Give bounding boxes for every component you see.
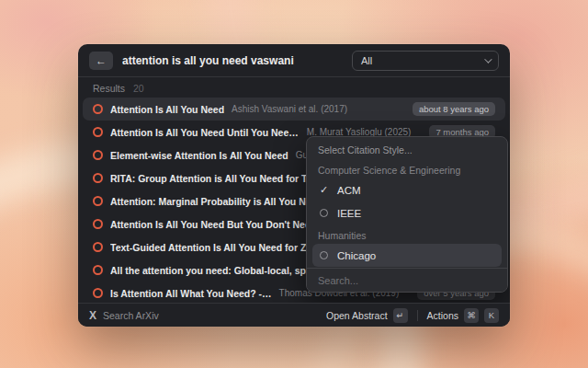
result-title: Attention: Marginal Probability is All Y… — [110, 196, 328, 207]
category-dropdown[interactable]: All — [352, 51, 499, 71]
search-header: ← attention is all you need vaswani All — [78, 44, 510, 77]
arxiv-ring-icon — [93, 127, 103, 137]
open-abstract-label: Open Abstract — [326, 310, 388, 321]
citation-panel-title: Select Citation Style... — [307, 137, 507, 159]
citation-section-header: Humanities — [307, 224, 507, 244]
results-count: 20 — [133, 83, 144, 94]
citation-item-label: IEEE — [337, 208, 361, 219]
chevron-down-icon — [484, 55, 492, 63]
citation-item-label: Chicago — [337, 250, 376, 261]
results-section-header: Results20 — [93, 83, 144, 94]
actions-button[interactable]: Actions ⌘ K — [427, 308, 499, 323]
radio-circle-icon — [320, 209, 328, 217]
arxiv-ring-icon — [93, 104, 103, 114]
back-button[interactable]: ← — [89, 52, 113, 70]
arxiv-ring-icon — [93, 219, 103, 229]
citation-search-input[interactable] — [318, 275, 496, 286]
footer-divider — [417, 310, 418, 321]
k-key-icon: K — [484, 308, 499, 323]
citation-search-bar — [307, 268, 507, 292]
arxiv-ring-icon — [93, 173, 103, 183]
result-row[interactable]: Attention Is All You Need Ashish Vaswani… — [83, 98, 505, 121]
citation-section-header: Computer Science & Engineering — [307, 159, 507, 178]
footer-bar: X Search ArXiv Open Abstract ↵ Actions ⌘… — [78, 303, 510, 327]
arxiv-logo-icon: X — [89, 309, 96, 322]
result-title: Attention Is All You Need Until You Need… — [110, 127, 300, 138]
results-label: Results — [93, 83, 125, 94]
cmd-key-icon: ⌘ — [464, 308, 479, 323]
search-input[interactable]: attention is all you need vaswani — [122, 54, 343, 67]
arxiv-ring-icon — [93, 265, 103, 275]
category-dropdown-value: All — [361, 55, 372, 66]
back-arrow-icon: ← — [96, 54, 107, 67]
citation-item-label: ACM — [337, 185, 361, 196]
result-time-badge: about 8 years ago — [413, 102, 495, 116]
citation-item-chicago[interactable]: Chicago — [312, 244, 502, 267]
result-title: Element-wise Attention Is All You Need — [110, 150, 288, 161]
launcher-window: ← attention is all you need vaswani All … — [78, 44, 510, 327]
result-title: Attention Is All You Need — [110, 104, 224, 115]
enter-key-icon: ↵ — [393, 308, 408, 323]
actions-label: Actions — [427, 310, 458, 321]
citation-style-panel: Select Citation Style... Computer Scienc… — [306, 136, 508, 293]
arxiv-ring-icon — [93, 150, 103, 160]
arxiv-ring-icon — [93, 288, 103, 298]
citation-item-ieee[interactable]: IEEE — [312, 201, 502, 224]
result-author: Ashish Vaswani et al. (2017) — [232, 104, 347, 114]
citation-item-acm[interactable]: ✓ ACM — [312, 178, 502, 201]
radio-circle-icon — [320, 251, 328, 259]
check-icon: ✓ — [319, 184, 329, 196]
result-title: Is Attention All What You Need? -- An Em… — [110, 288, 272, 299]
open-abstract-button[interactable]: Open Abstract ↵ — [326, 308, 408, 323]
arxiv-ring-icon — [93, 196, 103, 206]
footer-app-name: Search ArXiv — [103, 310, 159, 321]
arxiv-ring-icon — [93, 242, 103, 252]
